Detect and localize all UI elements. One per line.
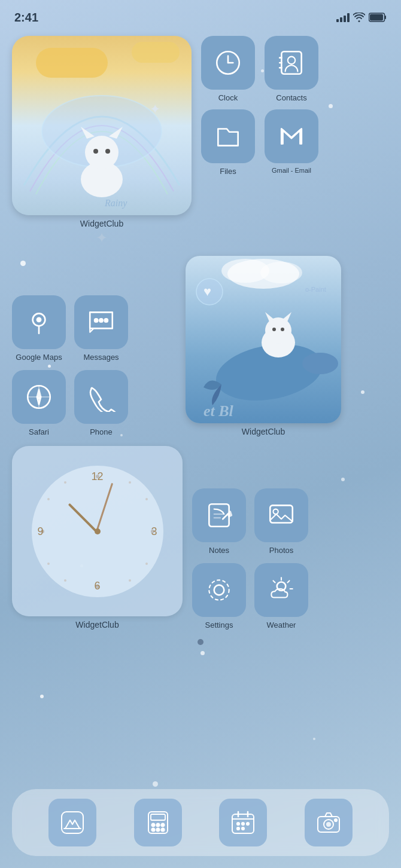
clock-9: 9 — [38, 525, 44, 537]
svg-point-24 — [95, 319, 98, 322]
gmail-app-icon[interactable]: Gmail - Email — [265, 109, 318, 176]
svg-point-65 — [273, 509, 278, 514]
clock-center-dot — [95, 528, 101, 534]
settings-label: Settings — [205, 621, 233, 629]
svg-rect-15 — [281, 51, 301, 74]
gmail-label: Gmail - Email — [272, 167, 311, 174]
status-bar: 2:41 — [0, 0, 401, 30]
svg-marker-41 — [265, 312, 275, 322]
signal-bars-icon — [336, 13, 350, 22]
svg-text:et Bl: et Bl — [203, 402, 234, 420]
clock-label: Clock — [218, 93, 238, 102]
svg-text:Rainy: Rainy — [104, 198, 127, 209]
messages-label: Messages — [83, 353, 119, 362]
svg-point-88 — [242, 823, 244, 825]
svg-point-95 — [335, 819, 337, 821]
contacts-app-icon[interactable]: Contacts — [265, 36, 318, 102]
notes-app-icon[interactable]: Notes — [192, 488, 246, 555]
phone-app-icon[interactable]: Phone — [74, 370, 128, 436]
svg-rect-76 — [151, 814, 165, 820]
svg-text:o-Paint: o-Paint — [305, 286, 326, 293]
svg-point-51 — [129, 481, 131, 484]
rainbow-arc: ✦ Rainy — [12, 36, 192, 215]
battery-icon — [369, 13, 387, 22]
safari-label: Safari — [29, 427, 49, 436]
right-app-grid: Notes Photos — [192, 488, 308, 629]
safari-app-icon[interactable]: Safari — [12, 370, 66, 436]
svg-point-43 — [272, 328, 276, 331]
messages-icon — [86, 307, 116, 337]
appstore-icon — [59, 809, 86, 836]
svg-point-19 — [288, 57, 296, 65]
svg-rect-64 — [270, 505, 293, 522]
appstore-dock-icon[interactable] — [48, 799, 96, 846]
svg-point-34 — [260, 262, 302, 283]
home-screen: ✦ Rainy WidgetClub ✦ — [0, 30, 401, 656]
svg-point-53 — [145, 563, 148, 565]
svg-point-5 — [85, 136, 119, 169]
svg-line-72 — [273, 580, 275, 582]
photos-icon — [266, 500, 296, 530]
widgetclub-label-3: WidgetClub — [75, 620, 119, 629]
svg-text:♥: ♥ — [203, 284, 211, 299]
svg-point-78 — [156, 824, 159, 827]
svg-rect-73 — [62, 812, 83, 833]
notes-label: Notes — [209, 546, 229, 555]
svg-point-25 — [99, 319, 102, 322]
settings-icon — [204, 575, 234, 605]
svg-point-55 — [64, 579, 66, 582]
svg-point-82 — [161, 829, 164, 832]
status-icons — [336, 13, 387, 22]
row-1: ✦ Rainy WidgetClub ✦ — [12, 36, 389, 246]
contacts-icon — [277, 48, 306, 78]
svg-point-44 — [281, 328, 284, 331]
contacts-label: Contacts — [276, 93, 306, 102]
page-indicator — [12, 639, 389, 645]
messages-app-icon[interactable]: Messages — [74, 295, 128, 362]
clock-6: 6 — [94, 580, 100, 592]
google-maps-label: Google Maps — [16, 353, 62, 362]
settings-app-icon[interactable]: Settings — [192, 563, 246, 629]
svg-line-62 — [223, 514, 227, 519]
files-app-icon[interactable]: Files — [201, 109, 255, 176]
svg-point-9 — [105, 149, 110, 154]
star-icon: ✦ — [96, 230, 108, 246]
safari-icon — [24, 382, 54, 412]
google-maps-app-icon[interactable]: Google Maps — [12, 295, 66, 362]
clock-3: 3 — [151, 525, 157, 537]
row-2: Google Maps Messages — [12, 256, 389, 436]
status-time: 2:41 — [14, 11, 38, 25]
widgetclub-widget-2[interactable]: ♥ — [138, 256, 389, 436]
calendar-dock-icon[interactable] — [219, 799, 267, 846]
svg-point-22 — [37, 318, 41, 322]
svg-point-58 — [64, 481, 66, 484]
widgetclub-widget-1[interactable]: ✦ Rainy WidgetClub ✦ — [12, 36, 192, 246]
svg-point-94 — [327, 823, 330, 826]
photos-label: Photos — [269, 546, 293, 555]
rainy-cat-illustration: ✦ Rainy — [12, 36, 192, 215]
svg-point-40 — [265, 317, 291, 344]
weather-icon — [266, 575, 296, 605]
camera-dock-icon[interactable] — [305, 799, 353, 846]
svg-point-8 — [93, 149, 98, 154]
svg-point-90 — [237, 827, 239, 830]
weather-app-icon[interactable]: Weather — [254, 563, 308, 629]
widgetclub-widget-3[interactable]: 12 3 6 9 WidgetClub — [12, 446, 183, 629]
calculator-dock-icon[interactable] — [134, 799, 182, 846]
calendar-icon — [230, 809, 256, 836]
dock — [12, 789, 389, 856]
clock-12: 12 — [91, 470, 103, 483]
svg-point-26 — [105, 319, 108, 322]
left-app-grid: Google Maps Messages — [12, 295, 128, 436]
photos-app-icon[interactable]: Photos — [254, 488, 308, 555]
files-icon — [213, 121, 243, 151]
svg-point-87 — [237, 823, 239, 825]
svg-point-91 — [242, 827, 244, 830]
svg-point-56 — [47, 563, 50, 565]
svg-point-77 — [151, 824, 154, 827]
svg-marker-42 — [281, 312, 291, 322]
camera-icon — [315, 809, 342, 836]
page-dot-active — [198, 639, 203, 645]
calculator-icon — [145, 809, 171, 836]
clock-app-icon[interactable]: Clock — [201, 36, 255, 102]
